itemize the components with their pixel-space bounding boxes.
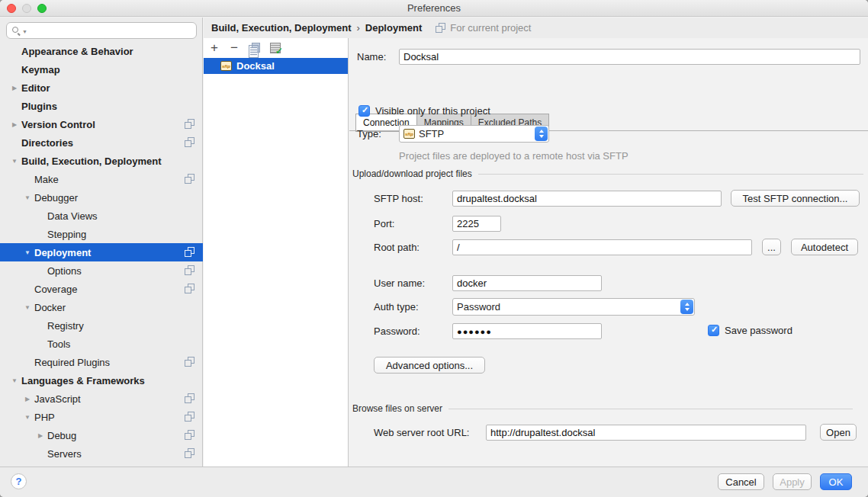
search-icon [11,26,21,36]
sidebar-item-tools[interactable]: Tools [0,335,203,353]
minimize-window-icon[interactable] [22,4,31,13]
content-header: Build, Execution, Deployment › Deploymen… [204,18,868,38]
server-list-item-docksal[interactable]: Docksal [204,58,348,74]
search-options-chevron-icon[interactable]: ▼ [22,29,27,34]
per-project-icon [185,393,195,404]
root-path-input[interactable] [452,239,752,255]
name-label: Name: [357,49,386,65]
sftp-icon [403,129,415,139]
upload-section-header: Upload/download project files [352,168,865,179]
chevron-down-icon[interactable]: ▼ [22,414,33,421]
sidebar-item-editor[interactable]: ▶Editor [0,79,203,97]
help-button[interactable]: ? [11,473,27,489]
per-project-icon [185,265,195,276]
sidebar-item-make[interactable]: Make [0,170,203,188]
type-stepper-icon[interactable] [535,127,548,141]
sidebar-item-registry[interactable]: Registry [0,316,203,335]
duplicate-server-icon[interactable] [249,43,260,54]
sidebar-item-label: Editor [21,82,50,94]
sidebar-item-debugger[interactable]: ▼Debugger [0,188,203,207]
sidebar-item-label: Coverage [34,284,77,295]
sidebar-item-javascript[interactable]: ▶JavaScript [0,390,203,408]
sidebar-item-label: Data Views [47,210,98,222]
password-input[interactable] [452,323,602,339]
chevron-down-icon[interactable]: ▼ [9,377,20,384]
settings-search-box[interactable]: ▼ [6,22,197,39]
sidebar-item-plugins[interactable]: Plugins [0,97,203,115]
preferences-window: Preferences ▼ Appearance & BehaviorKeyma… [0,0,868,497]
search-input[interactable] [31,25,191,37]
sidebar-item-deployment[interactable]: ▼Deployment [0,243,203,261]
sidebar-item-languages-frameworks[interactable]: ▼Languages & Frameworks [0,371,203,390]
chevron-right-icon[interactable]: ▶ [22,396,33,402]
per-project-icon [185,247,195,258]
remove-server-icon[interactable]: − [229,40,240,56]
sidebar-item-label: JavaScript [34,393,81,405]
user-name-input[interactable] [452,275,602,291]
sidebar-item-label: Required Plugins [34,357,110,368]
autodetect-button[interactable]: Autodetect [791,239,858,255]
server-name-label: Docksal [236,60,275,72]
per-project-icon [185,174,195,184]
sidebar-item-docker[interactable]: ▼Docker [0,298,203,316]
chevron-right-icon[interactable]: ▶ [35,432,46,439]
chevron-right-icon[interactable]: ▶ [9,121,20,128]
sidebar-item-required-plugins[interactable]: Required Plugins [0,353,203,371]
test-sftp-connection-button[interactable]: Test SFTP connection... [731,190,860,207]
sidebar-item-label: PHP [34,412,55,423]
breadcrumb-segment-build-execution-deployment[interactable]: Build, Execution, Deployment [211,22,351,34]
sftp-host-input[interactable] [452,191,722,207]
sidebar-item-label: Version Control [21,119,95,130]
add-server-icon[interactable]: + [209,40,220,56]
sidebar-item-directories[interactable]: Directories [0,133,203,152]
visible-only-label: Visible only for this project [375,103,490,119]
per-project-icon [185,357,195,367]
chevron-down-icon[interactable]: ▼ [9,158,20,165]
open-button[interactable]: Open [820,424,857,441]
sidebar-item-build-execution-deployment[interactable]: ▼Build, Execution, Deployment [0,152,203,170]
save-password-label: Save password [725,322,792,338]
cancel-button[interactable]: Cancel [718,473,764,490]
visible-only-checkbox[interactable] [358,105,370,117]
auth-type-select[interactable]: Password [452,298,695,316]
sidebar-item-options[interactable]: Options [0,261,203,280]
breadcrumb-segment-deployment[interactable]: Deployment [365,22,422,34]
advanced-options-button[interactable]: Advanced options... [374,357,485,374]
sidebar-item-appearance-behavior[interactable]: Appearance & Behavior [0,42,203,60]
chevron-down-icon[interactable]: ▼ [22,249,33,256]
ok-button[interactable]: OK [820,473,852,490]
chevron-down-icon[interactable]: ▼ [22,304,33,311]
port-input[interactable] [452,216,501,232]
type-select[interactable]: SFTP [399,125,549,143]
browse-root-path-button[interactable]: ... [762,239,781,255]
sftp-host-label: SFTP host: [374,191,423,207]
sidebar-item-label: Build, Execution, Deployment [21,156,161,167]
per-project-icon [185,430,195,441]
sidebar-item-label: Make [34,174,59,185]
sidebar-item-debug[interactable]: ▶Debug [0,426,203,444]
close-window-icon[interactable] [7,4,16,13]
scope-label: For current project [450,22,531,34]
zoom-window-icon[interactable] [37,4,47,13]
sidebar-item-version-control[interactable]: ▶Version Control [0,115,203,133]
save-password-checkbox[interactable] [708,325,719,336]
sidebar-item-keymap[interactable]: Keymap [0,60,203,79]
sidebar-item-label: Appearance & Behavior [21,46,133,57]
use-as-default-server-icon[interactable] [269,43,281,54]
server-name-input[interactable] [399,49,860,65]
settings-tree: Appearance & BehaviorKeymap▶EditorPlugin… [0,42,203,463]
chevron-right-icon[interactable]: ▶ [9,85,20,91]
sidebar-item-stepping[interactable]: Stepping [0,225,203,243]
sidebar-item-servers[interactable]: Servers [0,444,203,463]
sidebar-item-label: Directories [21,137,73,149]
apply-button[interactable]: Apply [773,473,812,490]
sidebar-item-data-views[interactable]: Data Views [0,207,203,225]
sidebar-item-coverage[interactable]: Coverage [0,280,203,298]
sidebar-item-label: Plugins [21,101,57,112]
chevron-down-icon[interactable]: ▼ [22,194,33,201]
auth-type-stepper-icon[interactable] [680,300,693,314]
sidebar-item-php[interactable]: ▼PHP [0,408,203,426]
servers-list-panel: + − Docksal [204,38,349,467]
type-value: SFTP [419,128,444,139]
web-root-input[interactable] [486,425,806,441]
